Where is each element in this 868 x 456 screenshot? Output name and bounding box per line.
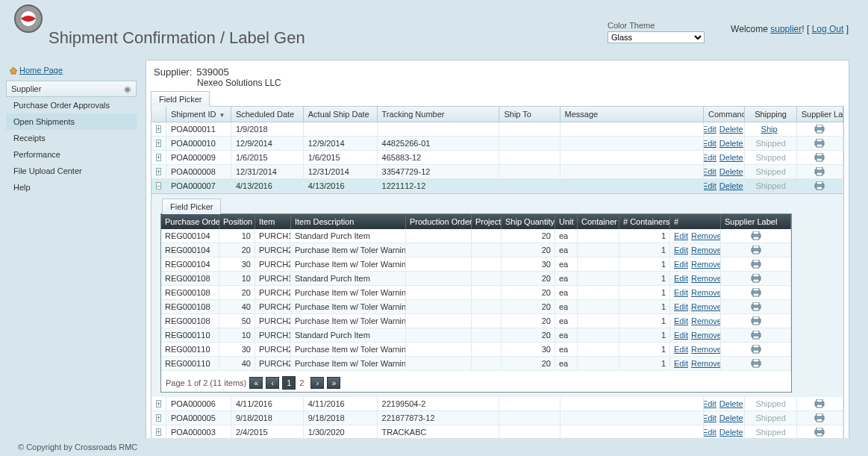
print-icon[interactable]	[814, 181, 825, 190]
sidebar-item-purchase-order-approvals[interactable]: Purchase Order Approvals	[6, 97, 137, 113]
print-icon[interactable]	[750, 302, 762, 311]
remove-link[interactable]: Remove	[691, 345, 721, 354]
print-icon[interactable]	[750, 359, 762, 368]
pager-next-button[interactable]: ›	[310, 377, 324, 389]
sidebar-section-header[interactable]: Supplier ◉	[6, 81, 137, 97]
remove-link[interactable]: Remove	[691, 302, 721, 311]
delete-link[interactable]: Delete	[719, 139, 743, 148]
edit-link[interactable]: Edit	[704, 399, 716, 408]
detail-column-header[interactable]: Item Description	[291, 214, 406, 229]
detail-column-header[interactable]: #	[670, 214, 721, 229]
column-header[interactable]: Commands	[704, 107, 745, 122]
edit-link[interactable]: Edit	[674, 316, 688, 325]
edit-link[interactable]: Edit	[674, 359, 688, 368]
edit-link[interactable]: Edit	[704, 167, 716, 176]
edit-link[interactable]: Edit	[674, 331, 688, 340]
edit-link[interactable]: Edit	[704, 413, 716, 422]
column-header[interactable]: Supplier Label	[797, 107, 843, 122]
detail-column-header[interactable]: Position	[219, 214, 255, 229]
pager-page-1[interactable]: 1	[282, 376, 296, 390]
edit-link[interactable]: Edit	[704, 153, 716, 162]
detail-column-header[interactable]: Project	[472, 214, 502, 229]
column-header[interactable]	[152, 107, 166, 122]
expand-icon[interactable]: +	[156, 414, 161, 422]
ship-link[interactable]: Ship	[761, 125, 778, 134]
edit-link[interactable]: Edit	[674, 302, 688, 311]
column-header[interactable]: Shipping	[745, 107, 796, 122]
expand-icon[interactable]: +	[156, 140, 161, 147]
print-icon[interactable]	[750, 316, 762, 325]
edit-link[interactable]: Edit	[704, 428, 716, 437]
field-picker-button[interactable]: Field Picker	[151, 91, 210, 107]
sidebar-item-open-shipments[interactable]: Open Shipments	[6, 113, 137, 130]
print-icon[interactable]	[750, 231, 762, 240]
column-header[interactable]: Ship To	[499, 107, 560, 122]
print-icon[interactable]	[750, 331, 762, 340]
expand-icon[interactable]: +	[156, 154, 161, 161]
print-icon[interactable]	[814, 399, 825, 408]
sidebar-item-performance[interactable]: Performance	[6, 146, 137, 163]
delete-link[interactable]: Delete	[719, 125, 743, 134]
expand-icon[interactable]: +	[156, 428, 161, 436]
remove-link[interactable]: Remove	[691, 274, 721, 283]
home-link[interactable]: Home Page	[19, 66, 63, 75]
remove-link[interactable]: Remove	[691, 331, 721, 340]
edit-link[interactable]: Edit	[704, 181, 716, 190]
remove-link[interactable]: Remove	[691, 246, 721, 254]
remove-link[interactable]: Remove	[691, 316, 721, 325]
expand-icon[interactable]: +	[156, 400, 161, 407]
detail-column-header[interactable]: Production Order	[406, 214, 472, 229]
remove-link[interactable]: Remove	[691, 231, 721, 240]
detail-column-header[interactable]: # Containers	[619, 214, 670, 229]
remove-link[interactable]: Remove	[691, 359, 721, 368]
remove-link[interactable]: Remove	[691, 260, 721, 269]
edit-link[interactable]: Edit	[674, 345, 688, 354]
delete-link[interactable]: Delete	[719, 428, 743, 437]
detail-field-picker-button[interactable]: Field Picker	[162, 199, 221, 214]
delete-link[interactable]: Delete	[719, 153, 743, 162]
sidebar-item-help[interactable]: Help	[6, 179, 137, 196]
sidebar-item-receipts[interactable]: Receipts	[6, 130, 137, 146]
delete-link[interactable]: Delete	[719, 181, 743, 190]
user-link[interactable]: supplier	[770, 24, 802, 34]
edit-link[interactable]: Edit	[704, 139, 716, 148]
detail-column-header[interactable]: Unit	[555, 214, 578, 229]
pager-first-button[interactable]: «	[249, 377, 263, 389]
logout-link[interactable]: Log Out	[812, 24, 844, 34]
edit-link[interactable]: Edit	[674, 288, 688, 297]
edit-link[interactable]: Edit	[674, 231, 688, 240]
print-icon[interactable]	[750, 260, 762, 269]
edit-link[interactable]: Edit	[674, 246, 688, 254]
pager-page-2[interactable]: 2	[296, 377, 307, 389]
pager-last-button[interactable]: »	[327, 377, 340, 389]
print-icon[interactable]	[750, 246, 762, 254]
column-header[interactable]: Message	[561, 107, 705, 122]
print-icon[interactable]	[814, 139, 825, 148]
edit-link[interactable]: Edit	[674, 260, 688, 269]
print-icon[interactable]	[750, 288, 762, 297]
print-icon[interactable]	[814, 428, 825, 437]
expand-icon[interactable]: +	[156, 125, 161, 133]
print-icon[interactable]	[814, 125, 825, 134]
column-header[interactable]: Shipment ID▼	[166, 107, 231, 122]
collapse-icon[interactable]: −	[156, 182, 161, 190]
sidebar-item-file-upload-center[interactable]: File Upload Center	[6, 163, 137, 179]
detail-column-header[interactable]: Item	[255, 214, 291, 229]
expand-icon[interactable]: +	[156, 168, 161, 175]
detail-column-header[interactable]: Container	[578, 214, 619, 229]
detail-column-header[interactable]: Purchase Order	[161, 214, 219, 229]
detail-column-header[interactable]: Ship Quantity	[502, 214, 555, 229]
pager-prev-button[interactable]: ‹	[266, 377, 279, 389]
remove-link[interactable]: Remove	[691, 288, 721, 297]
column-header[interactable]: Scheduled Date	[231, 107, 304, 122]
column-header[interactable]: Actual Ship Date	[304, 107, 378, 122]
edit-link[interactable]: Edit	[674, 274, 688, 283]
print-icon[interactable]	[750, 274, 762, 283]
print-icon[interactable]	[814, 167, 825, 176]
delete-link[interactable]: Delete	[719, 399, 743, 408]
print-icon[interactable]	[814, 413, 825, 422]
edit-link[interactable]: Edit	[704, 125, 716, 134]
theme-select[interactable]: Glass	[608, 31, 705, 43]
column-header[interactable]: Tracking Number	[378, 107, 500, 122]
delete-link[interactable]: Delete	[719, 413, 743, 422]
